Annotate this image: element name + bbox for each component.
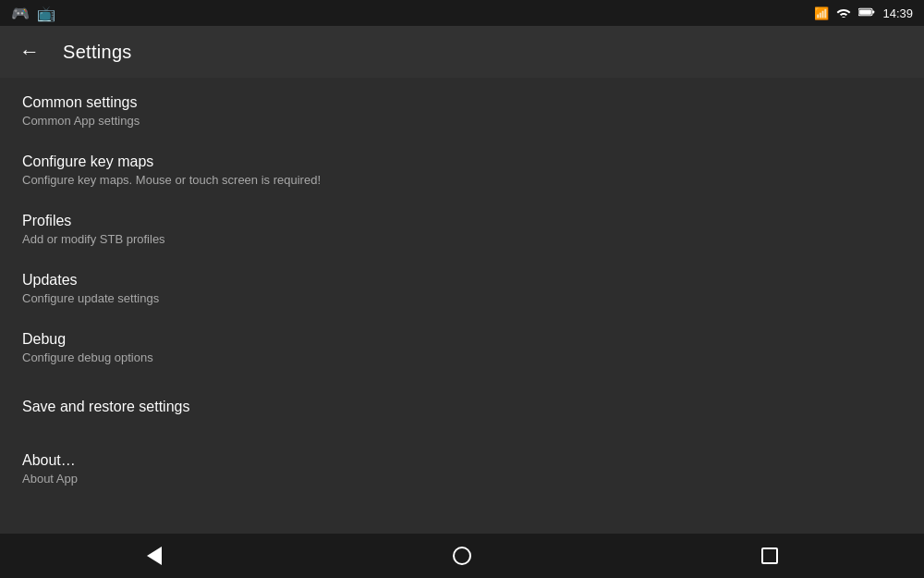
back-nav-icon <box>147 547 162 565</box>
divider-after-debug <box>0 381 924 382</box>
nav-home-button[interactable] <box>434 537 490 574</box>
settings-item-common-settings[interactable]: Common settingsCommon App settings <box>0 81 924 141</box>
recent-nav-icon <box>761 547 778 564</box>
battery-icon <box>858 6 875 20</box>
nav-back-button[interactable] <box>127 537 182 574</box>
back-button[interactable]: ← <box>15 37 44 67</box>
settings-item-subtitle-common-settings: Common App settings <box>22 114 902 128</box>
status-bar-right: 📶 14:39 <box>814 6 913 20</box>
settings-item-profiles[interactable]: ProfilesAdd or modify STB profiles <box>0 200 924 259</box>
settings-item-debug[interactable]: DebugConfigure debug options <box>0 318 924 377</box>
settings-item-save-restore[interactable]: Save and restore settings <box>0 386 924 431</box>
page-title: Settings <box>63 42 132 63</box>
settings-item-subtitle-updates: Configure update settings <box>22 291 902 305</box>
settings-item-title-about: About… <box>22 452 902 469</box>
wifi-icon <box>836 6 851 20</box>
home-nav-icon <box>453 547 471 565</box>
app-bar: ← Settings <box>0 26 924 78</box>
settings-item-title-profiles: Profiles <box>22 213 902 229</box>
settings-item-about[interactable]: About…About App <box>0 439 924 498</box>
settings-item-subtitle-debug: Configure debug options <box>22 350 902 364</box>
settings-item-title-configure-key-maps: Configure key maps <box>22 154 902 170</box>
nav-recent-button[interactable] <box>742 537 797 574</box>
settings-item-title-save-restore: Save and restore settings <box>22 399 902 415</box>
nav-bar <box>0 534 924 578</box>
app-icon-2: 📺 <box>37 5 55 22</box>
settings-item-title-updates: Updates <box>22 272 902 289</box>
settings-item-configure-key-maps[interactable]: Configure key mapsConfigure key maps. Mo… <box>0 141 924 200</box>
settings-list: Common settingsCommon App settingsConfig… <box>0 78 924 502</box>
app-icon-1: 🎮 <box>11 5 30 22</box>
status-bar: 🎮 📺 📶 14:39 <box>0 0 924 26</box>
settings-item-subtitle-about: About App <box>22 472 902 486</box>
divider-after-save-restore <box>0 435 924 436</box>
settings-item-title-debug: Debug <box>22 331 902 348</box>
svg-rect-1 <box>872 10 874 13</box>
settings-item-subtitle-profiles: Add or modify STB profiles <box>22 232 902 246</box>
settings-item-updates[interactable]: UpdatesConfigure update settings <box>0 259 924 318</box>
settings-item-title-common-settings: Common settings <box>22 94 902 111</box>
bluetooth-icon: 📶 <box>814 6 829 20</box>
svg-rect-2 <box>860 9 872 14</box>
settings-item-subtitle-configure-key-maps: Configure key maps. Mouse or touch scree… <box>22 173 902 187</box>
status-bar-left: 🎮 📺 <box>11 5 55 22</box>
time-display: 14:39 <box>882 6 913 20</box>
